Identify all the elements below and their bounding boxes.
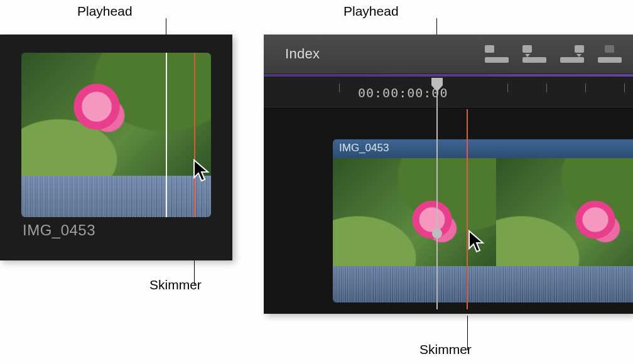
insert-clip-icon[interactable]: [522, 45, 546, 63]
timeline-clip[interactable]: IMG_0453: [333, 139, 633, 302]
clip-audio-waveform: [21, 176, 211, 217]
browser-panel: IMG_0453: [0, 35, 232, 260]
index-button[interactable]: Index: [273, 42, 332, 66]
callout-label-playhead-left: Playhead: [77, 4, 133, 19]
timeline-playhead[interactable]: [436, 78, 438, 309]
overwrite-clip-icon[interactable]: [598, 45, 622, 63]
append-clip-icon[interactable]: [560, 45, 584, 63]
timeline-skimmer[interactable]: [467, 109, 468, 309]
connect-clip-icon[interactable]: [485, 45, 509, 63]
browser-playhead[interactable]: [166, 53, 167, 217]
callout-line: [467, 316, 468, 350]
playhead-dot-icon: [432, 228, 442, 238]
edit-mode-buttons: [485, 45, 624, 63]
clip-filename: IMG_0453: [23, 222, 95, 239]
clip-audio-waveform: [333, 266, 633, 302]
browser-clip[interactable]: [21, 53, 211, 217]
timeline-body[interactable]: 00:00:00:00 IMG_0453: [264, 74, 633, 314]
timeline-panel: Index 00:00:00:00 IMG_0: [264, 35, 633, 314]
browser-skimmer[interactable]: [194, 53, 195, 217]
callout-label-playhead-right: Playhead: [344, 4, 399, 19]
callout-label-skimmer-right: Skimmer: [419, 342, 472, 357]
timeline-clip-title: IMG_0453: [333, 139, 633, 158]
timeline-toolbar: Index: [264, 35, 633, 74]
timeline-ruler[interactable]: 00:00:00:00: [264, 77, 633, 109]
clip-filmstrip: [333, 158, 633, 266]
filmstrip-frame: [333, 158, 496, 266]
filmstrip-frame: [496, 158, 633, 266]
clip-thumbnail: [21, 53, 211, 176]
